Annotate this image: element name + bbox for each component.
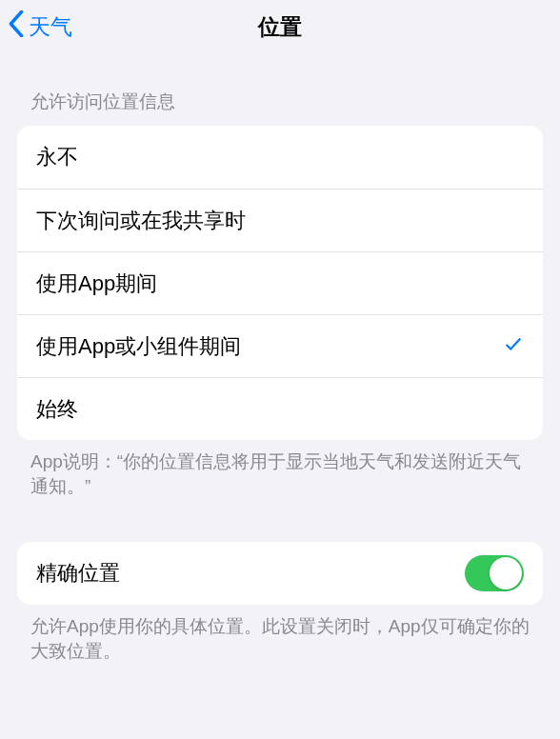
option-label: 下次询问或在我共享时 [36,207,246,235]
precise-location-row[interactable]: 精确位置 [17,542,543,605]
option-label: 使用App或小组件期间 [36,332,241,361]
chevron-left-icon [8,10,25,43]
section-footer-app-description: App说明：“你的位置信息将用于显示当地天气和发送附近天气通知。” [0,440,560,498]
toggle-knob [490,557,522,589]
precise-location-toggle[interactable] [465,555,524,591]
option-ask-next-time[interactable]: 下次询问或在我共享时 [17,189,543,251]
option-label: 始终 [36,395,78,424]
section-footer-precise: 允许App使用你的具体位置。此设置关闭时，App仅可确定你的大致位置。 [0,605,560,663]
option-while-using-app[interactable]: 使用App期间 [17,251,543,314]
navbar: 天气 位置 [0,0,560,53]
option-while-using-app-or-widgets[interactable]: 使用App或小组件期间 [17,314,543,377]
option-label: 使用App期间 [36,270,157,298]
precise-location-label: 精确位置 [36,559,120,588]
precise-location-group: 精确位置 [17,542,543,605]
option-never[interactable]: 永不 [17,126,543,189]
option-always[interactable]: 始终 [17,377,543,440]
page-title: 位置 [258,12,302,42]
option-label: 永不 [36,143,78,171]
location-access-group: 永不 下次询问或在我共享时 使用App期间 使用App或小组件期间 始终 [17,126,543,440]
back-button[interactable]: 天气 [8,10,72,43]
checkmark-icon [503,333,524,360]
back-label: 天气 [29,12,72,42]
section-header-access: 允许访问位置信息 [0,53,560,126]
